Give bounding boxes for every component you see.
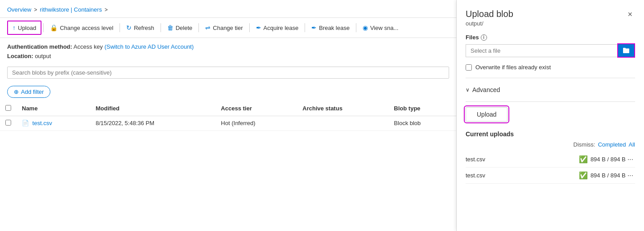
upload-item-name-2: test.csv (466, 172, 579, 179)
change-access-button[interactable]: 🔒 Change access level (45, 21, 118, 34)
row-checkbox-cell (0, 116, 17, 130)
overwrite-label: Overwrite if files already exist (475, 64, 551, 71)
success-icon-2: ✅ (579, 171, 588, 180)
upload-item-more-1[interactable]: ··· (626, 155, 635, 164)
upload-item-size-2: 894 B / 894 B (590, 172, 626, 179)
upload-submit-button[interactable]: Upload (466, 107, 508, 122)
change-tier-button[interactable]: ⇌ Change tier (201, 21, 247, 34)
col-checkbox (0, 101, 17, 116)
refresh-button[interactable]: ↻ Refresh (122, 21, 159, 34)
acquire-lease-button[interactable]: ✒ Acquire lease (252, 21, 303, 34)
row-archive-status (297, 116, 388, 130)
upload-blob-panel: Upload blob output/ × Files i Overwrite … (457, 0, 644, 231)
upload-item-status-1: ✅ 894 B / 894 B (579, 155, 626, 164)
toolbar-separator-6 (305, 23, 305, 32)
row-blob-type: Block blob (388, 116, 456, 130)
breadcrumb: Overview > rithwikstore | Containers > (0, 0, 456, 17)
overwrite-checkbox[interactable] (466, 64, 472, 71)
files-info-icon[interactable]: i (481, 34, 487, 41)
upload-button[interactable]: ↑ Upload (7, 21, 41, 35)
row-checkbox[interactable] (5, 120, 11, 126)
divider-1 (466, 78, 635, 78)
auth-method-label: Authentication method: (7, 43, 72, 50)
switch-auth-link[interactable]: (Switch to Azure AD User Account) (104, 43, 194, 50)
row-access-tier: Hot (Inferred) (215, 116, 297, 130)
col-modified: Modified (91, 101, 216, 116)
breadcrumb-overview[interactable]: Overview (7, 6, 31, 13)
toolbar-separator-7 (356, 23, 356, 32)
col-name: Name (17, 101, 91, 116)
add-filter-button[interactable]: ⊕ Add filter (7, 86, 50, 98)
row-modified: 8/15/2022, 5:48:36 PM (91, 116, 216, 130)
toolbar: ↑ Upload 🔒 Change access level ↻ Refresh… (0, 17, 456, 38)
upload-item-1: test.csv ✅ 894 B / 894 B ··· (466, 151, 635, 168)
break-lease-icon: ✒ (311, 24, 317, 31)
toolbar-separator-2 (120, 23, 120, 32)
upload-item-name-1: test.csv (466, 156, 579, 163)
snapshot-icon: ◉ (363, 24, 368, 31)
row-name[interactable]: 📄 test.csv (17, 116, 91, 130)
table-row: 📄 test.csv 8/15/2022, 5:48:36 PM Hot (In… (0, 116, 456, 130)
change-tier-icon: ⇌ (205, 24, 211, 31)
upload-item-more-2[interactable]: ··· (626, 172, 635, 180)
file-input-row (466, 43, 635, 58)
dismiss-all-link[interactable]: All (629, 141, 635, 148)
overwrite-checkbox-row: Overwrite if files already exist (466, 64, 635, 71)
panel-close-button[interactable]: × (625, 9, 635, 20)
files-label: Files i (466, 34, 635, 41)
current-uploads-title: Current uploads (466, 130, 635, 138)
divider-2 (466, 101, 635, 102)
dismiss-row: Dismiss: Completed All (466, 141, 635, 148)
breadcrumb-container[interactable]: rithwikstore | Containers (40, 6, 102, 13)
panel-title: Upload blob (466, 9, 513, 19)
break-lease-button[interactable]: ✒ Break lease (307, 21, 354, 34)
folder-icon (623, 47, 630, 54)
refresh-icon: ↻ (126, 24, 132, 31)
upload-item-size-1: 894 B / 894 B (590, 156, 626, 163)
view-snapshot-button[interactable]: ◉ View sna... (358, 21, 403, 34)
blob-table: Name Modified Access tier Archive status… (0, 101, 456, 231)
upload-btn-area: Upload (466, 105, 635, 129)
select-all-checkbox[interactable] (5, 105, 11, 111)
dismiss-label: Dismiss: (574, 141, 595, 148)
filter-area: ⊕ Add filter (0, 82, 456, 101)
panel-body: Files i Overwrite if files already exist… (457, 27, 644, 231)
breadcrumb-sep1: > (34, 7, 37, 13)
filter-icon: ⊕ (14, 88, 19, 95)
search-bar (7, 67, 449, 79)
location-label: Location: (7, 53, 33, 59)
toolbar-separator-5 (249, 23, 250, 32)
current-uploads-section: Current uploads Dismiss: Completed All t… (466, 130, 635, 184)
search-input[interactable] (7, 67, 449, 79)
acquire-lease-icon: ✒ (256, 24, 261, 31)
upload-item-status-2: ✅ 894 B / 894 B (579, 171, 626, 180)
file-input[interactable] (466, 44, 617, 57)
chevron-down-icon: ∨ (466, 87, 470, 93)
panel-title-block: Upload blob output/ (466, 9, 513, 27)
left-panel: Overview > rithwikstore | Containers > ↑… (0, 0, 457, 231)
col-archive-status: Archive status (297, 101, 388, 116)
upload-item-2: test.csv ✅ 894 B / 894 B ··· (466, 168, 635, 184)
toolbar-separator-3 (161, 23, 161, 32)
col-access-tier: Access tier (215, 101, 297, 116)
location-value: output (35, 53, 51, 59)
success-icon-1: ✅ (579, 155, 588, 164)
dismiss-completed-link[interactable]: Completed (598, 141, 626, 148)
file-icon: 📄 (22, 120, 29, 126)
delete-button[interactable]: 🗑 Delete (163, 21, 197, 34)
table-header-row: Name Modified Access tier Archive status… (0, 101, 456, 116)
breadcrumb-sep2: > (104, 7, 107, 13)
panel-header: Upload blob output/ × (457, 0, 644, 27)
auth-info: Authentication method: Access key (Switc… (0, 38, 456, 63)
file-browse-button[interactable] (617, 43, 635, 58)
lock-icon: 🔒 (50, 24, 58, 31)
delete-icon: 🗑 (167, 24, 173, 31)
upload-icon: ↑ (12, 24, 16, 31)
toolbar-separator-1 (43, 23, 44, 32)
advanced-row[interactable]: ∨ Advanced (466, 82, 635, 98)
auth-method-value: Access key (74, 43, 103, 50)
toolbar-separator-4 (198, 23, 199, 32)
col-blob-type: Blob type (388, 101, 456, 116)
panel-subtitle: output/ (466, 20, 513, 27)
